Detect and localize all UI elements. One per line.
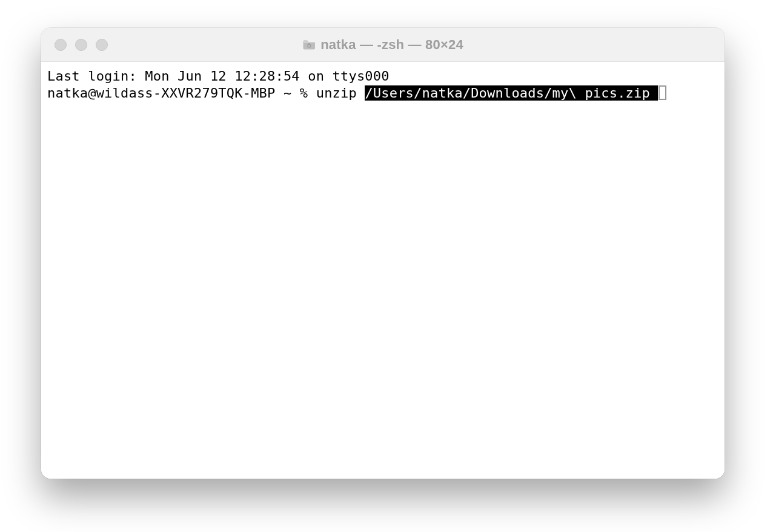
terminal-body[interactable]: Last login: Mon Jun 12 12:28:54 on ttys0…	[41, 62, 725, 479]
titlebar[interactable]: natka — -zsh — 80×24	[41, 28, 725, 62]
close-button[interactable]	[55, 39, 67, 51]
minimize-button[interactable]	[75, 39, 87, 51]
prompt: natka@wildass-XXVR279TQK-MBP ~ %	[47, 85, 316, 101]
folder-icon	[302, 39, 316, 50]
last-login-line: Last login: Mon Jun 12 12:28:54 on ttys0…	[47, 68, 718, 85]
window-title: natka — -zsh — 80×24	[320, 37, 463, 53]
title-wrap: natka — -zsh — 80×24	[41, 37, 725, 53]
command-text: unzip	[316, 85, 365, 101]
traffic-lights	[41, 39, 108, 51]
prompt-line: natka@wildass-XXVR279TQK-MBP ~ % unzip /…	[47, 85, 718, 102]
terminal-window: natka — -zsh — 80×24 Last login: Mon Jun…	[41, 28, 725, 479]
selected-path[interactable]: /Users/natka/Downloads/my\ pics.zip	[365, 85, 658, 101]
zoom-button[interactable]	[96, 39, 108, 51]
svg-rect-0	[308, 44, 311, 47]
cursor	[659, 85, 666, 100]
